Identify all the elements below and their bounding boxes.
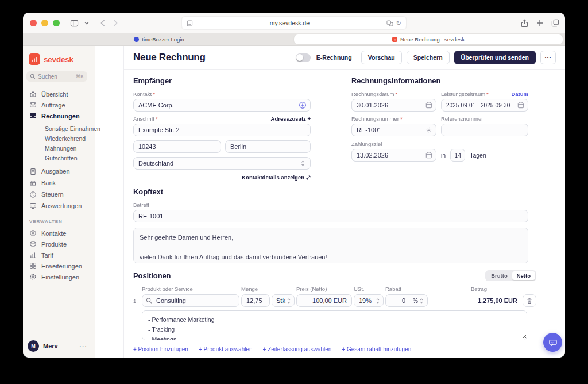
preis-input[interactable] bbox=[296, 294, 352, 307]
search-icon bbox=[146, 298, 152, 304]
leistungszeitraum-input[interactable] bbox=[441, 99, 528, 112]
sidebar-item-rechnungen[interactable]: Rechnungen bbox=[26, 110, 123, 121]
user-account[interactable]: M Merv ··· bbox=[28, 340, 87, 352]
sidebar-item-produkte[interactable]: Produkte bbox=[26, 239, 123, 249]
gesamtrabatt-hinzufuegen-link[interactable]: + Gesamtrabatt hinzufügen bbox=[342, 346, 411, 352]
produkt-input[interactable] bbox=[142, 294, 239, 307]
chevron-down-icon[interactable] bbox=[82, 20, 91, 26]
sidebar-item-ausgaben[interactable]: Ausgaben bbox=[26, 166, 123, 177]
strasse-input[interactable] bbox=[133, 124, 311, 136]
new-tab-icon[interactable] bbox=[536, 20, 543, 26]
speichern-button[interactable]: Speichern bbox=[407, 51, 450, 64]
sidebar-item-sonstige-einnahmen[interactable]: Sonstige Einnahmen bbox=[45, 124, 123, 133]
vorschau-button[interactable]: Vorschau bbox=[361, 51, 402, 64]
produkt-auswaehlen-link[interactable]: + Produkt auswählen bbox=[199, 346, 253, 352]
address-bar[interactable]: my.sevdesk.de ↻ bbox=[181, 16, 407, 30]
menge-input[interactable] bbox=[241, 294, 270, 307]
traffic-lights bbox=[30, 20, 60, 26]
kopftext-heading: Kopftext bbox=[133, 187, 536, 196]
search-icon bbox=[30, 74, 36, 79]
sidebar-item-uebersicht[interactable]: Übersicht bbox=[26, 89, 123, 99]
sidebar-item-bank[interactable]: Bank bbox=[26, 177, 123, 189]
grid-icon bbox=[29, 262, 37, 270]
sidebar-item-kontakte[interactable]: Kontakte bbox=[26, 228, 123, 239]
stadt-input[interactable] bbox=[225, 140, 311, 153]
empfaenger-section: Empfänger Kontakt* Anschrift* Adresszusa… bbox=[133, 76, 311, 182]
erechnung-toggle[interactable] bbox=[296, 53, 311, 62]
kopftext-textarea[interactable]: Sehr geehrte Damen und Herren, vielen Da… bbox=[133, 228, 528, 263]
calendar-icon[interactable] bbox=[517, 102, 524, 109]
plus-circle-icon[interactable] bbox=[299, 101, 307, 109]
rabatt-einheit-select[interactable]: % bbox=[409, 295, 427, 306]
sidebar-item-steuern[interactable]: Steuern bbox=[26, 189, 123, 200]
tab-sevdesk-active[interactable]: Neue Rechnung - sevdesk bbox=[294, 34, 563, 44]
gear-icon[interactable] bbox=[425, 126, 432, 133]
betreff-input[interactable] bbox=[133, 210, 528, 222]
rechnungsnummer-input[interactable] bbox=[351, 124, 436, 136]
sevdesk-logo-icon bbox=[29, 53, 40, 65]
bank-icon bbox=[29, 179, 37, 187]
sidebar-item-tarif[interactable]: Tarif bbox=[26, 249, 123, 260]
betrag-value: 1.275,00 EUR bbox=[430, 297, 521, 304]
zahlungsziel-input[interactable] bbox=[351, 149, 436, 162]
url-text[interactable]: my.sevdesk.de bbox=[193, 20, 386, 26]
sidebar: sevdesk Suchen ⌘K Übersicht Aufträge Rec… bbox=[23, 46, 124, 358]
land-select[interactable]: Deutschland bbox=[133, 157, 311, 170]
referenznummer-input[interactable] bbox=[441, 124, 528, 136]
home-icon bbox=[29, 90, 37, 98]
sidebar-item-wiederkehrend[interactable]: Wiederkehrend bbox=[45, 133, 123, 143]
delete-position-button[interactable] bbox=[523, 294, 536, 307]
rechnungsdatum-input[interactable] bbox=[351, 99, 436, 112]
zoom-window-button[interactable] bbox=[53, 20, 60, 26]
forward-button[interactable] bbox=[113, 20, 118, 26]
calendar-icon[interactable] bbox=[425, 102, 432, 109]
translate-icon[interactable] bbox=[386, 20, 393, 26]
zahlungsziel-tage-input[interactable] bbox=[450, 149, 465, 162]
close-window-button[interactable] bbox=[30, 20, 37, 26]
page-title: Neue Rechnung bbox=[133, 52, 206, 63]
rabatt-input[interactable] bbox=[386, 297, 409, 304]
brutto-option[interactable]: Brutto bbox=[486, 271, 512, 280]
netto-option[interactable]: Netto bbox=[512, 271, 535, 280]
einheit-select[interactable]: Stk bbox=[272, 294, 295, 307]
plz-input[interactable] bbox=[133, 140, 221, 153]
positionen-section: Positionen Brutto Netto Produkt oder Ser… bbox=[133, 270, 536, 358]
sidebar-item-auswertungen[interactable]: Auswertungen bbox=[26, 200, 123, 212]
invoice-form: Empfänger Kontakt* Anschrift* Adresszusa… bbox=[124, 70, 565, 358]
minimize-window-button[interactable] bbox=[41, 20, 48, 26]
pruefen-senden-button[interactable]: Überprüfen und senden bbox=[454, 51, 536, 64]
share-icon[interactable] bbox=[521, 19, 528, 28]
more-actions-button[interactable]: ··· bbox=[540, 51, 556, 64]
adresszusatz-link[interactable]: Adresszusatz + bbox=[271, 116, 311, 122]
back-button[interactable] bbox=[100, 20, 105, 26]
verwalten-section-label: VERWALTEN bbox=[29, 219, 123, 224]
position-hinzufuegen-link[interactable]: + Position hinzufügen bbox=[133, 346, 188, 352]
datum-link[interactable]: Datum bbox=[511, 91, 528, 97]
sidebar-toggle-icon[interactable] bbox=[68, 18, 81, 28]
browser-toolbar: my.sevdesk.de ↻ bbox=[23, 13, 565, 33]
search-input[interactable]: Suchen ⌘K bbox=[26, 71, 87, 82]
kontaktdetails-link[interactable]: Kontaktdetails anzeigen bbox=[242, 174, 311, 181]
search-shortcut: ⌘K bbox=[76, 74, 84, 79]
sidebar-item-mahnungen[interactable]: Mahnungen bbox=[45, 143, 123, 153]
sidebar-item-einstellungen[interactable]: Einstellungen bbox=[26, 271, 123, 282]
kontakt-input[interactable] bbox=[133, 99, 311, 112]
reader-icon[interactable] bbox=[187, 20, 193, 26]
chat-icon bbox=[548, 338, 558, 347]
package-icon bbox=[29, 240, 37, 248]
presentation-chart-icon bbox=[29, 202, 37, 210]
zeiterfassung-auswaehlen-link[interactable]: + Zeiterfassung auswählen bbox=[263, 346, 332, 352]
tab-timebuzzer[interactable]: timeBuzzer Login bbox=[25, 33, 293, 45]
ust-select[interactable]: 19% bbox=[354, 294, 384, 307]
sevdesk-logo[interactable]: sevdesk bbox=[26, 53, 123, 66]
sidebar-item-auftraege[interactable]: Aufträge bbox=[26, 99, 123, 110]
sidebar-item-gutschriften[interactable]: Gutschriften bbox=[45, 153, 123, 163]
sidebar-item-erweiterungen[interactable]: Erweiterungen bbox=[26, 260, 123, 271]
calendar-icon[interactable] bbox=[425, 152, 432, 159]
support-chat-button[interactable] bbox=[543, 333, 562, 352]
mail-icon bbox=[29, 101, 37, 109]
position-description-textarea[interactable]: - Performance Marketing - Tracking - Mee… bbox=[142, 310, 527, 340]
user-menu-button[interactable]: ··· bbox=[79, 343, 87, 350]
tab-overview-icon[interactable] bbox=[551, 19, 559, 27]
reload-icon[interactable]: ↻ bbox=[396, 20, 401, 27]
